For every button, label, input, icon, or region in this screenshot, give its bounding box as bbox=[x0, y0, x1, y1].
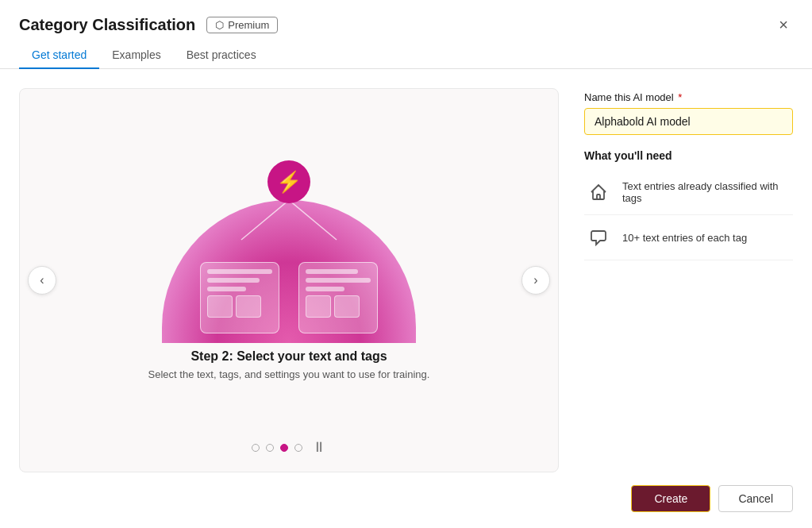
tabs-bar: Get started Examples Best practices bbox=[0, 42, 812, 69]
card-right bbox=[298, 262, 378, 333]
carousel-next-button[interactable]: › bbox=[521, 266, 550, 295]
card-line bbox=[207, 278, 260, 283]
premium-label: Premium bbox=[228, 19, 269, 31]
modal-header: Category Classification ⬡ Premium × bbox=[0, 0, 812, 36]
cards-row bbox=[200, 262, 378, 333]
card-sub-row bbox=[207, 295, 272, 318]
chevron-left-icon: ‹ bbox=[40, 273, 44, 287]
carousel-illustration: ⚡ bbox=[154, 152, 424, 343]
tab-best-practices[interactable]: Best practices bbox=[174, 42, 269, 69]
name-field-group: Name this AI model * bbox=[584, 91, 793, 135]
required-star: * bbox=[678, 91, 682, 103]
premium-badge: ⬡ Premium bbox=[206, 17, 278, 33]
card-line bbox=[306, 269, 358, 274]
modal-body: ‹ › ⚡ bbox=[0, 69, 812, 472]
pause-icon[interactable]: ⏸ bbox=[312, 439, 326, 456]
name-field-label: Name this AI model * bbox=[584, 91, 793, 103]
modal-title: Category Classification bbox=[19, 16, 195, 34]
diamond-icon: ⬡ bbox=[215, 19, 224, 31]
chevron-right-icon: › bbox=[533, 273, 537, 287]
card-sub-box bbox=[236, 295, 261, 318]
lightning-icon: ⚡ bbox=[276, 170, 302, 195]
card-sub-row bbox=[306, 295, 371, 318]
carousel-dot-4[interactable] bbox=[294, 444, 302, 452]
step-desc: Select the text, tags, and settings you … bbox=[148, 368, 430, 380]
step-title: Step 2: Select your text and tags bbox=[148, 349, 430, 364]
right-panel: Name this AI model * What you'll need Te… bbox=[584, 88, 793, 472]
card-sub-box bbox=[306, 295, 331, 318]
card-sub-box bbox=[207, 295, 233, 318]
create-button[interactable]: Create bbox=[631, 485, 710, 512]
step-text-area: Step 2: Select your text and tags Select… bbox=[129, 349, 449, 380]
carousel-dot-3[interactable] bbox=[280, 444, 288, 452]
carousel-prev-button[interactable]: ‹ bbox=[28, 266, 56, 295]
connector-lines bbox=[194, 200, 384, 264]
chat-icon bbox=[584, 223, 613, 252]
carousel-area: ‹ › ⚡ bbox=[19, 88, 559, 472]
svg-line-0 bbox=[241, 200, 289, 240]
carousel-dot-2[interactable] bbox=[266, 444, 274, 452]
card-sub-box bbox=[334, 295, 360, 318]
ai-model-name-input[interactable] bbox=[584, 108, 793, 135]
lightning-circle: ⚡ bbox=[267, 160, 310, 203]
svg-line-1 bbox=[289, 200, 337, 240]
what-you-need-label: What you'll need bbox=[584, 149, 793, 162]
need-item-1: Text entries already classified with tag… bbox=[584, 170, 793, 215]
carousel-dots: ⏸ bbox=[252, 439, 326, 459]
tab-examples[interactable]: Examples bbox=[99, 42, 173, 69]
carousel-dot-1[interactable] bbox=[252, 444, 260, 452]
modal-footer: Create Cancel bbox=[0, 472, 812, 528]
tab-get-started[interactable]: Get started bbox=[19, 42, 99, 69]
card-line bbox=[207, 287, 246, 291]
modal-container: Category Classification ⬡ Premium × Get … bbox=[0, 0, 812, 528]
need-text-2: 10+ text entries of each tag bbox=[622, 232, 747, 244]
need-text-1: Text entries already classified with tag… bbox=[622, 180, 793, 204]
card-line bbox=[306, 287, 344, 291]
need-item-2: 10+ text entries of each tag bbox=[584, 215, 793, 260]
what-you-need-group: What you'll need Text entries already cl… bbox=[584, 149, 793, 260]
carousel-content: ⚡ bbox=[20, 102, 558, 431]
close-button[interactable]: × bbox=[774, 14, 793, 36]
card-line bbox=[207, 269, 272, 274]
card-line bbox=[306, 278, 371, 283]
cancel-button[interactable]: Cancel bbox=[718, 485, 793, 512]
card-left bbox=[200, 262, 279, 333]
tags-icon bbox=[584, 178, 613, 206]
